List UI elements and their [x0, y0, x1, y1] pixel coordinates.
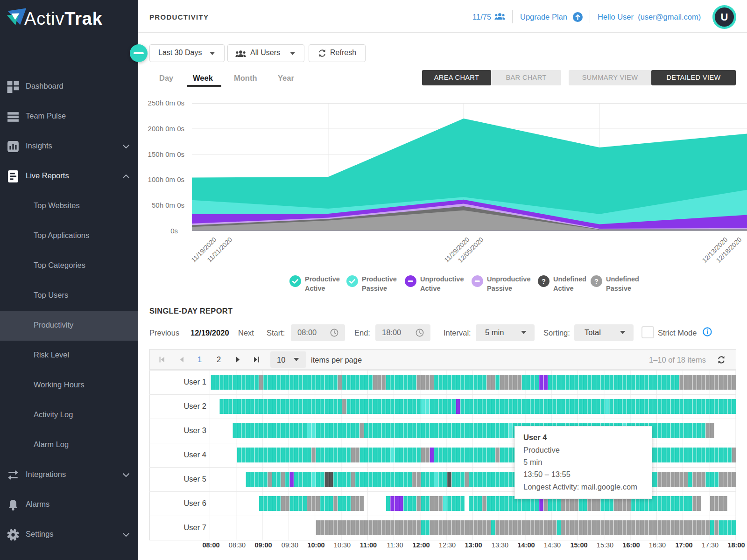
- svg-text:?: ?: [542, 278, 546, 285]
- svg-text:?: ?: [594, 278, 599, 285]
